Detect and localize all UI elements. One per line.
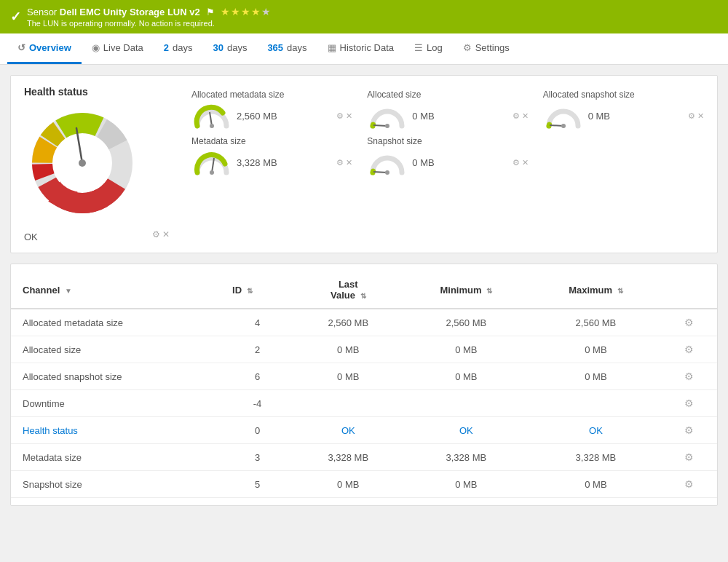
cell-actions: ⚙	[662, 336, 717, 363]
table-row: Health status 0 OK OK OK ⚙	[11, 417, 717, 444]
table-row: Allocated snapshot size 6 0 MB 0 MB 0 MB…	[11, 363, 717, 390]
cell-maximum: OK	[530, 417, 662, 444]
chain-icon[interactable]: ⚙	[684, 371, 694, 382]
gauge-allocated-snapshot-size: Allocated snapshot size 0 MB ⚙ ✕	[543, 90, 704, 129]
tab-bar: ↺ Overview ◉ Live Data 2 days 30 days 36…	[0, 33, 728, 65]
gauge-value-5: 0 MB	[412, 157, 456, 168]
cell-last-value: 0 MB	[294, 336, 402, 363]
chain-icon[interactable]: ⚙	[684, 451, 694, 463]
cell-id: 5	[221, 471, 294, 498]
gauge-svg-3	[543, 103, 584, 129]
gauge-value-4: 3,328 MB	[237, 157, 280, 168]
cell-last-value: 0 MB	[294, 471, 402, 498]
health-status-card: Health status	[10, 75, 718, 253]
log-icon: ☰	[414, 42, 423, 53]
cell-maximum: 2,560 MB	[530, 309, 662, 336]
health-title: Health status	[24, 86, 170, 98]
main-content: Health status	[0, 65, 728, 526]
sort-maximum-icon[interactable]: ⇅	[617, 287, 623, 295]
cell-minimum: 0 MB	[403, 471, 531, 498]
cell-channel: Allocated metadata size	[11, 309, 221, 336]
gauge-value-1: 2,560 MB	[237, 111, 280, 122]
star-rating: ★★★★★	[221, 6, 272, 17]
cell-channel: Snapshot size	[11, 471, 221, 498]
chain-icon[interactable]: ⚙	[684, 397, 694, 409]
data-table-card: Channel ▼ ID ⇅ Last Value ⇅ Minimum ⇅	[10, 264, 718, 506]
donut-chart	[24, 105, 141, 221]
chain-icon[interactable]: ⚙	[684, 344, 694, 355]
gauge-label-5: Snapshot size	[367, 136, 528, 146]
flag-icon[interactable]: ⚑	[206, 7, 215, 17]
check-icon: ✓	[10, 9, 21, 25]
tab-log[interactable]: ☰ Log	[404, 33, 453, 64]
chain-icon[interactable]: ⚙	[684, 478, 694, 490]
health-left-panel: Health status	[24, 86, 170, 245]
tab-overview[interactable]: ↺ Overview	[7, 33, 82, 64]
cell-maximum: 3,328 MB	[530, 444, 662, 471]
gauge-svg-2	[367, 103, 408, 129]
sort-id-icon[interactable]: ⇅	[247, 287, 253, 295]
gauge-gear-5[interactable]: ⚙ ✕	[513, 158, 529, 167]
live-data-icon: ◉	[92, 42, 100, 53]
cell-last-value: OK	[294, 417, 402, 444]
sort-minimum-icon[interactable]: ⇅	[486, 287, 492, 295]
tab-2days[interactable]: 2 days	[154, 33, 203, 64]
gauge-label-4: Metadata size	[191, 136, 352, 146]
gauge-label-1: Allocated metadata size	[191, 90, 352, 100]
health-gear-icon[interactable]: ⚙ ✕	[152, 229, 170, 240]
col-minimum: Minimum ⇅	[403, 272, 531, 309]
gauge-gear-4[interactable]: ⚙ ✕	[336, 158, 352, 167]
sort-last-value-icon[interactable]: ⇅	[360, 292, 366, 300]
svg-point-15	[561, 124, 566, 128]
cell-last-value: 0 MB	[294, 363, 402, 390]
gauges-area: Allocated metadata size 2,560 MB ⚙ ✕	[191, 86, 704, 175]
gauge-snapshot-size: Snapshot size 0 MB ⚙ ✕	[367, 136, 528, 175]
cell-maximum	[530, 390, 662, 417]
cell-id: 3	[221, 444, 294, 471]
header-title-block: Sensor Dell EMC Unity Storage LUN v2 ⚑ ★…	[27, 6, 272, 28]
cell-minimum: 0 MB	[403, 336, 531, 363]
chain-icon[interactable]: ⚙	[684, 317, 694, 328]
cell-actions: ⚙	[662, 417, 717, 444]
tab-live-data[interactable]: ◉ Live Data	[82, 33, 154, 64]
tab-historic-data[interactable]: ▦ Historic Data	[317, 33, 404, 64]
cell-id: 2	[221, 336, 294, 363]
cell-minimum: 3,328 MB	[403, 444, 531, 471]
cell-last-value	[294, 390, 402, 417]
gauge-svg-4	[191, 149, 232, 175]
col-actions	[662, 272, 717, 309]
cell-actions: ⚙	[662, 444, 717, 471]
donut-svg	[24, 105, 141, 221]
table-row: Allocated size 2 0 MB 0 MB 0 MB ⚙	[11, 336, 717, 363]
gauge-metadata-size: Metadata size 3,328 MB ⚙ ✕	[191, 136, 352, 175]
health-footer: OK ⚙ ✕	[24, 221, 170, 245]
cell-channel: Downtime	[11, 390, 221, 417]
tab-30days[interactable]: 30 days	[202, 33, 257, 64]
gauge-value-3: 0 MB	[588, 111, 632, 122]
cell-channel[interactable]: Health status	[11, 417, 221, 444]
chain-icon[interactable]: ⚙	[684, 424, 694, 436]
gauge-svg-1	[191, 103, 232, 129]
gauge-gear-3[interactable]: ⚙ ✕	[688, 111, 704, 121]
settings-icon: ⚙	[463, 42, 472, 53]
table-row: Metadata size 3 3,328 MB 3,328 MB 3,328 …	[11, 444, 717, 471]
cell-channel: Metadata size	[11, 444, 221, 471]
cell-actions: ⚙	[662, 390, 717, 417]
gauge-gear-1[interactable]: ⚙ ✕	[336, 111, 352, 121]
cell-actions: ⚙	[662, 309, 717, 336]
svg-point-17	[210, 170, 214, 175]
cell-id: -4	[221, 390, 294, 417]
cell-id: 6	[221, 363, 294, 390]
header-bar: ✓ Sensor Dell EMC Unity Storage LUN v2 ⚑…	[0, 0, 728, 33]
sort-channel-icon[interactable]: ▼	[65, 287, 72, 295]
gauge-gear-2[interactable]: ⚙ ✕	[513, 111, 529, 121]
col-maximum: Maximum ⇅	[530, 272, 662, 309]
col-last-value: Last Value ⇅	[294, 272, 402, 309]
tab-settings[interactable]: ⚙ Settings	[453, 33, 520, 64]
gauge-allocated-size: Allocated size 0 MB ⚙ ✕	[367, 90, 528, 129]
table-row: Snapshot size 5 0 MB 0 MB 0 MB ⚙	[11, 471, 717, 498]
tab-365days[interactable]: 365 days	[257, 33, 317, 64]
cell-maximum: 0 MB	[530, 336, 662, 363]
table-row: Allocated metadata size 4 2,560 MB 2,560…	[11, 309, 717, 336]
col-id: ID ⇅	[221, 272, 294, 309]
